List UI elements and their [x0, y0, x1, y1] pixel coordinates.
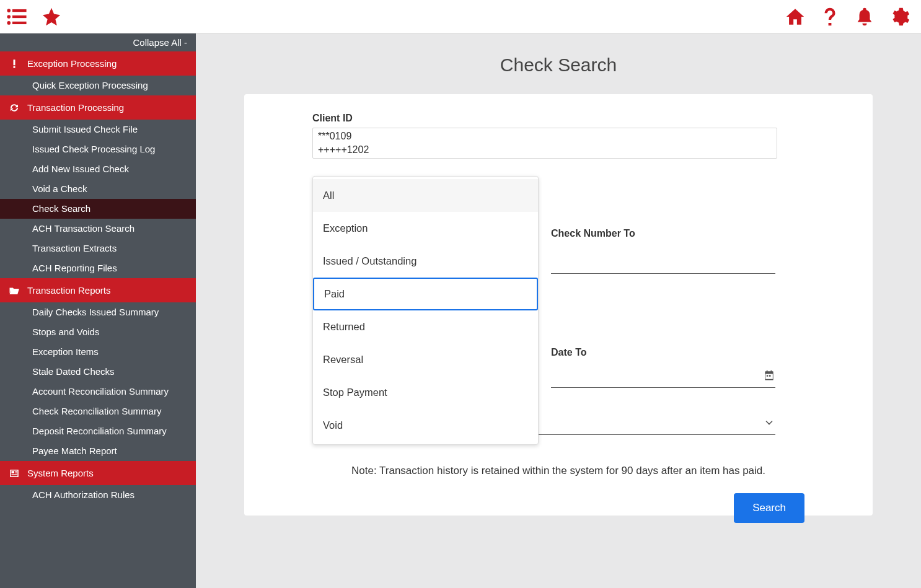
chevron-down-icon[interactable] [763, 416, 775, 429]
refresh-icon [9, 102, 20, 113]
sidebar-item[interactable]: Submit Issued Check File [0, 120, 196, 139]
svg-rect-3 [12, 15, 27, 17]
sidebar-item[interactable]: Stale Dated Checks [0, 362, 196, 382]
collapse-all-link[interactable]: Collapse All - [0, 33, 196, 51]
page-title: Check Search [244, 55, 873, 76]
client-id-listbox[interactable]: ***0109 +++++1202 [312, 128, 777, 159]
dropdown-option-reversal[interactable]: Reversal [313, 343, 538, 376]
topbar [0, 0, 921, 33]
main-content: Check Search Client ID ***0109 +++++1202… [196, 33, 921, 588]
sidebar-item[interactable]: ACH Transaction Search [0, 219, 196, 239]
sidebar-item[interactable]: Deposit Reconciliation Summary [0, 421, 196, 441]
sidebar-item[interactable]: Issued Check Processing Log [0, 139, 196, 159]
calendar-icon[interactable] [763, 369, 775, 382]
svg-rect-6 [14, 59, 15, 65]
help-icon[interactable] [819, 6, 840, 27]
folder-open-icon [9, 285, 20, 296]
alert-icon [9, 58, 20, 69]
sidebar-section-label: Transaction Processing [27, 102, 124, 113]
svg-rect-5 [12, 21, 27, 24]
dropdown-option-issued-outstanding[interactable]: Issued / Outstanding [313, 245, 538, 278]
dropdown-option-returned[interactable]: Returned [313, 310, 538, 343]
sidebar-section-label: Exception Processing [27, 58, 117, 69]
dropdown-option-paid[interactable]: Paid [313, 278, 538, 310]
sidebar-item[interactable]: Quick Exception Processing [0, 76, 196, 95]
sidebar-section-transaction-reports[interactable]: Transaction Reports [0, 278, 196, 302]
date-to-label: Date To [551, 347, 775, 358]
sidebar-item-check-search[interactable]: Check Search [0, 199, 196, 219]
client-id-label: Client ID [312, 113, 804, 124]
sidebar-section-label: Transaction Reports [27, 285, 111, 296]
client-id-option[interactable]: +++++1202 [318, 143, 772, 157]
client-id-option[interactable]: ***0109 [318, 129, 772, 143]
dropdown-option-stop-payment[interactable]: Stop Payment [313, 376, 538, 409]
search-card: Client ID ***0109 +++++1202 Check Status… [244, 94, 873, 516]
svg-point-4 [7, 21, 11, 25]
dropdown-option-exception[interactable]: Exception [313, 212, 538, 245]
dropdown-option-void[interactable]: Void [313, 409, 538, 442]
sidebar-item[interactable]: ACH Reporting Files [0, 258, 196, 278]
sidebar-section-exception-processing[interactable]: Exception Processing [0, 51, 196, 76]
sidebar-item[interactable]: Add New Issued Check [0, 159, 196, 179]
sidebar-item[interactable]: Account Reconciliation Summary [0, 382, 196, 402]
bell-icon[interactable] [854, 6, 875, 27]
svg-point-0 [7, 9, 11, 12]
sidebar-item[interactable]: Daily Checks Issued Summary [0, 302, 196, 322]
sidebar-item[interactable]: Check Reconciliation Summary [0, 402, 196, 421]
check-number-to-label: Check Number To [551, 228, 775, 239]
sidebar-section-system-reports[interactable]: System Reports [0, 461, 196, 485]
check-number-to-input[interactable] [551, 252, 775, 274]
sidebar-section-label: System Reports [27, 468, 94, 478]
sidebar-item[interactable]: ACH Authorization Rules [0, 485, 196, 505]
svg-rect-7 [14, 66, 15, 68]
sidebar: Collapse All - Exception Processing Quic… [0, 33, 196, 588]
dropdown-option-all[interactable]: All [313, 179, 538, 212]
svg-point-2 [7, 15, 11, 19]
sidebar-item[interactable]: Exception Items [0, 342, 196, 362]
check-status-dropdown[interactable]: All Exception Issued / Outstanding Paid … [312, 176, 539, 445]
sidebar-item[interactable]: Transaction Extracts [0, 239, 196, 258]
retention-note: Note: Transaction history is retained wi… [244, 465, 873, 477]
sidebar-section-transaction-processing[interactable]: Transaction Processing [0, 95, 196, 120]
date-to-input[interactable] [551, 366, 775, 388]
svg-rect-1 [12, 9, 27, 11]
sidebar-item[interactable]: Void a Check [0, 179, 196, 199]
home-icon[interactable] [785, 6, 806, 27]
gear-icon[interactable] [889, 6, 910, 27]
topbar-left-group [6, 6, 62, 27]
star-icon[interactable] [41, 6, 62, 27]
search-button[interactable]: Search [734, 493, 804, 523]
sidebar-item[interactable]: Payee Match Report [0, 441, 196, 461]
newspaper-icon [9, 468, 20, 479]
sidebar-item[interactable]: Stops and Voids [0, 322, 196, 342]
menu-list-icon[interactable] [6, 6, 27, 27]
topbar-right-group [785, 6, 910, 27]
